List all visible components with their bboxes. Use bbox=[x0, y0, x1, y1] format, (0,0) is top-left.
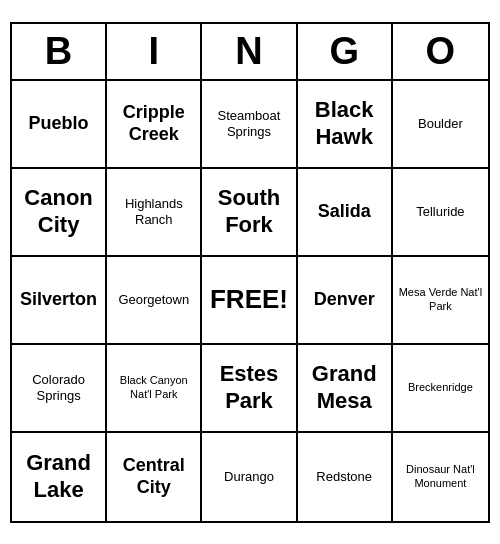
cell-text-16: Black Canyon Nat'l Park bbox=[111, 374, 196, 400]
cell-text-9: Telluride bbox=[416, 204, 464, 220]
cell-text-13: Denver bbox=[314, 289, 375, 311]
bingo-cell-8: Salida bbox=[298, 169, 393, 257]
bingo-letter-b: B bbox=[12, 24, 107, 79]
cell-text-1: Cripple Creek bbox=[111, 102, 196, 145]
cell-text-19: Breckenridge bbox=[408, 381, 473, 394]
bingo-letter-o: O bbox=[393, 24, 488, 79]
bingo-cell-14: Mesa Verde Nat'l Park bbox=[393, 257, 488, 345]
cell-text-7: South Fork bbox=[206, 185, 291, 238]
bingo-cell-11: Georgetown bbox=[107, 257, 202, 345]
bingo-letter-i: I bbox=[107, 24, 202, 79]
cell-text-4: Boulder bbox=[418, 116, 463, 132]
cell-text-3: Black Hawk bbox=[302, 97, 387, 150]
bingo-cell-1: Cripple Creek bbox=[107, 81, 202, 169]
bingo-cell-24: Dinosaur Nat'l Monument bbox=[393, 433, 488, 521]
cell-text-23: Redstone bbox=[316, 469, 372, 485]
bingo-cell-7: South Fork bbox=[202, 169, 297, 257]
cell-text-0: Pueblo bbox=[29, 113, 89, 135]
bingo-cell-2: Steamboat Springs bbox=[202, 81, 297, 169]
bingo-cell-15: Colorado Springs bbox=[12, 345, 107, 433]
cell-text-21: Central City bbox=[111, 455, 196, 498]
cell-text-20: Grand Lake bbox=[16, 450, 101, 503]
cell-text-6: Highlands Ranch bbox=[111, 196, 196, 227]
cell-text-2: Steamboat Springs bbox=[206, 108, 291, 139]
bingo-cell-19: Breckenridge bbox=[393, 345, 488, 433]
cell-text-14: Mesa Verde Nat'l Park bbox=[397, 286, 484, 312]
bingo-letter-g: G bbox=[298, 24, 393, 79]
bingo-cell-13: Denver bbox=[298, 257, 393, 345]
bingo-cell-6: Highlands Ranch bbox=[107, 169, 202, 257]
cell-text-12: FREE! bbox=[210, 284, 288, 315]
bingo-cell-3: Black Hawk bbox=[298, 81, 393, 169]
bingo-header: BINGO bbox=[12, 24, 488, 81]
cell-text-15: Colorado Springs bbox=[16, 372, 101, 403]
bingo-cell-17: Estes Park bbox=[202, 345, 297, 433]
bingo-cell-16: Black Canyon Nat'l Park bbox=[107, 345, 202, 433]
bingo-card: BINGO PuebloCripple CreekSteamboat Sprin… bbox=[10, 22, 490, 523]
bingo-cell-23: Redstone bbox=[298, 433, 393, 521]
cell-text-18: Grand Mesa bbox=[302, 361, 387, 414]
bingo-grid: PuebloCripple CreekSteamboat SpringsBlac… bbox=[12, 81, 488, 521]
bingo-cell-10: Silverton bbox=[12, 257, 107, 345]
cell-text-24: Dinosaur Nat'l Monument bbox=[397, 463, 484, 489]
bingo-cell-9: Telluride bbox=[393, 169, 488, 257]
bingo-cell-0: Pueblo bbox=[12, 81, 107, 169]
bingo-cell-12: FREE! bbox=[202, 257, 297, 345]
cell-text-10: Silverton bbox=[20, 289, 97, 311]
bingo-cell-18: Grand Mesa bbox=[298, 345, 393, 433]
cell-text-17: Estes Park bbox=[206, 361, 291, 414]
bingo-cell-20: Grand Lake bbox=[12, 433, 107, 521]
cell-text-22: Durango bbox=[224, 469, 274, 485]
cell-text-5: Canon City bbox=[16, 185, 101, 238]
bingo-letter-n: N bbox=[202, 24, 297, 79]
bingo-cell-5: Canon City bbox=[12, 169, 107, 257]
bingo-cell-22: Durango bbox=[202, 433, 297, 521]
cell-text-11: Georgetown bbox=[118, 292, 189, 308]
bingo-cell-4: Boulder bbox=[393, 81, 488, 169]
cell-text-8: Salida bbox=[318, 201, 371, 223]
bingo-cell-21: Central City bbox=[107, 433, 202, 521]
